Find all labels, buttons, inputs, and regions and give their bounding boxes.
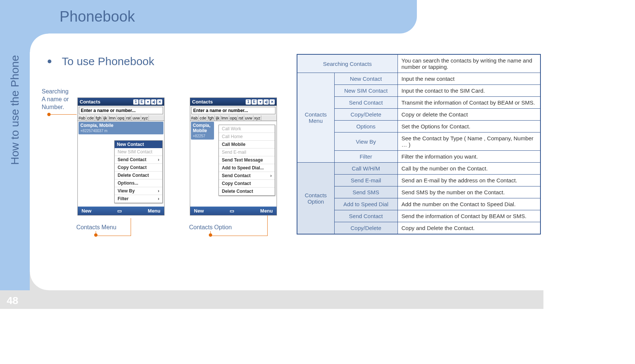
menu-header[interactable]: New Contact bbox=[115, 141, 162, 148]
tab[interactable]: ijk bbox=[102, 115, 108, 121]
footer-bg bbox=[0, 290, 543, 309]
tab[interactable]: cde bbox=[86, 115, 95, 121]
row-value: Send the information of Contact by BEAM … bbox=[398, 210, 540, 222]
alpha-tabs[interactable]: #abcdefghijklmnopqrstuvwxyz bbox=[78, 115, 164, 121]
menu-item[interactable]: Copy Contact bbox=[219, 180, 275, 188]
menu-item[interactable]: Filter bbox=[115, 195, 162, 203]
tab[interactable]: rst bbox=[238, 115, 244, 121]
menu-item[interactable]: View By bbox=[115, 187, 162, 195]
tab[interactable]: lmn bbox=[108, 115, 117, 121]
softkey-right[interactable]: Menu bbox=[148, 208, 160, 214]
page: Phonebook How to use the Phone 48 To use… bbox=[0, 0, 540, 309]
annotation-line bbox=[96, 236, 131, 236]
table-row: Contacts Option Call W/H/M Call by the n… bbox=[297, 163, 540, 175]
menu-item[interactable]: Delete Contact bbox=[219, 188, 275, 195]
contact-row[interactable]: Compia, Mobile +82257 bbox=[191, 122, 214, 140]
menu-item[interactable]: Send Text Message bbox=[219, 156, 275, 164]
menu-item[interactable]: Call Mobile bbox=[219, 141, 275, 149]
status-icons: 1E▾◂)✕ bbox=[133, 99, 162, 105]
annotation-line bbox=[96, 231, 96, 234]
menu-item[interactable]: New SIM Contact bbox=[115, 148, 162, 156]
tab[interactable]: opq bbox=[229, 115, 238, 121]
context-menu[interactable]: Call Work Call Home Call Mobile Send E-m… bbox=[218, 125, 275, 196]
phone-body: Compia, Mobile +8225740037 m New Contact… bbox=[78, 122, 164, 207]
tab[interactable]: xyz bbox=[141, 115, 149, 121]
tab[interactable]: uvw bbox=[132, 115, 141, 121]
annotation-line bbox=[50, 114, 77, 115]
tab[interactable]: fgh bbox=[95, 115, 102, 121]
softkey-left[interactable]: New bbox=[82, 208, 92, 214]
row-key: Send SMS bbox=[334, 186, 398, 198]
row-key: Options bbox=[334, 121, 398, 132]
contact-name: Compia, Mobile bbox=[80, 123, 114, 128]
row-value: Filter the information you want. bbox=[398, 151, 540, 163]
row-value: You can search the contacts by writing t… bbox=[398, 54, 540, 73]
contact-number: +82257 bbox=[193, 134, 205, 138]
annotation-contacts-option: Contacts Option bbox=[189, 224, 232, 232]
row-key: Add to Speed Dial bbox=[334, 198, 398, 210]
menu-item[interactable]: Call Work bbox=[219, 125, 275, 133]
menu-item[interactable]: Options... bbox=[115, 179, 162, 187]
softkey-center-icon[interactable]: ▭ bbox=[117, 208, 122, 214]
search-input[interactable]: Enter a name or number... bbox=[79, 107, 163, 114]
corner-top bbox=[30, 33, 48, 52]
tab[interactable]: lmn bbox=[221, 115, 229, 121]
softkey-right[interactable]: Menu bbox=[260, 208, 273, 214]
annotation-line bbox=[131, 218, 131, 236]
group-label: Contacts Option bbox=[297, 163, 334, 234]
row-value: Transmit the information of Contact by B… bbox=[398, 97, 540, 109]
page-title: Phonebook bbox=[60, 8, 135, 25]
phone-body: Compia, Mobile +82257 Call Work Call Hom… bbox=[190, 122, 277, 207]
softkey-left[interactable]: New bbox=[194, 208, 204, 214]
row-value: Send an E-mail by the address on the Con… bbox=[398, 175, 540, 186]
menu-item[interactable]: Send E-mail bbox=[219, 149, 275, 156]
menu-item[interactable]: Send Contact bbox=[219, 172, 275, 180]
softkey-center-icon[interactable]: ▭ bbox=[230, 208, 234, 214]
tab[interactable]: xyz bbox=[253, 115, 262, 121]
annotation-contacts-menu: Contacts Menu bbox=[76, 224, 117, 232]
row-key: Send Contact bbox=[334, 97, 398, 109]
tab[interactable]: fgh bbox=[207, 115, 215, 121]
menu-item[interactable]: Copy Contact bbox=[115, 164, 162, 172]
phone-screenshot-option: Contacts 1E▾◂)✕ Enter a name or number..… bbox=[190, 98, 277, 215]
tab[interactable]: ijk bbox=[215, 115, 220, 121]
table-row: Contacts Menu New Contact Input the new … bbox=[297, 73, 540, 85]
table-row: Searching Contacts You can search the co… bbox=[297, 54, 540, 73]
tab[interactable]: #ab bbox=[190, 115, 199, 121]
group-label: Contacts Menu bbox=[297, 73, 334, 163]
tab[interactable]: rst bbox=[125, 115, 132, 121]
row-key: View By bbox=[334, 132, 398, 151]
corner-bottom bbox=[30, 272, 48, 290]
row-value: Copy or delete the Contact bbox=[398, 109, 540, 121]
section-text: To use Phonebook bbox=[62, 55, 154, 68]
phone-titlebar: Contacts 1E▾◂)✕ bbox=[190, 98, 277, 106]
annotation-dot bbox=[94, 233, 98, 237]
page-number: 48 bbox=[7, 295, 18, 307]
tab[interactable]: #ab bbox=[78, 115, 86, 121]
row-key: Send Contact bbox=[334, 210, 398, 222]
menu-item[interactable]: Add to Speed Dial... bbox=[219, 164, 275, 172]
bullet-icon bbox=[48, 60, 51, 63]
row-key: Copy/Delete bbox=[334, 222, 398, 234]
contact-number: +8225740037 m bbox=[80, 129, 108, 133]
menu-item[interactable]: Call Home bbox=[219, 133, 275, 141]
row-value: Call by the number on the Contact. bbox=[398, 163, 540, 175]
row-key: Copy/Delete bbox=[334, 109, 398, 121]
reference-table: Searching Contacts You can search the co… bbox=[297, 54, 541, 234]
search-input[interactable]: Enter a name or number... bbox=[191, 107, 275, 114]
tab[interactable]: opq bbox=[117, 115, 125, 121]
annotation-dot bbox=[209, 233, 212, 237]
row-value: Send SMS by the number on the Contact. bbox=[398, 186, 540, 198]
menu-item[interactable]: Delete Contact bbox=[115, 172, 162, 179]
softkey-bar: New ▭ Menu bbox=[78, 207, 164, 215]
contact-row[interactable]: Compia, Mobile +8225740037 m bbox=[79, 122, 163, 134]
contact-name: Compia, Mobile bbox=[193, 123, 210, 133]
alpha-tabs[interactable]: #abcdefghijklmnopqrstuvwxyz bbox=[190, 115, 277, 121]
tab[interactable]: uvw bbox=[244, 115, 253, 121]
row-key: New Contact bbox=[334, 73, 398, 85]
menu-item[interactable]: Send Contact bbox=[115, 156, 162, 164]
row-value: See the Contact by Type ( Name , Company… bbox=[398, 132, 540, 151]
tab[interactable]: cde bbox=[199, 115, 207, 121]
row-value: Input the contact to the SIM Card. bbox=[398, 85, 540, 97]
context-menu[interactable]: New Contact New SIM Contact Send Contact… bbox=[114, 140, 163, 203]
